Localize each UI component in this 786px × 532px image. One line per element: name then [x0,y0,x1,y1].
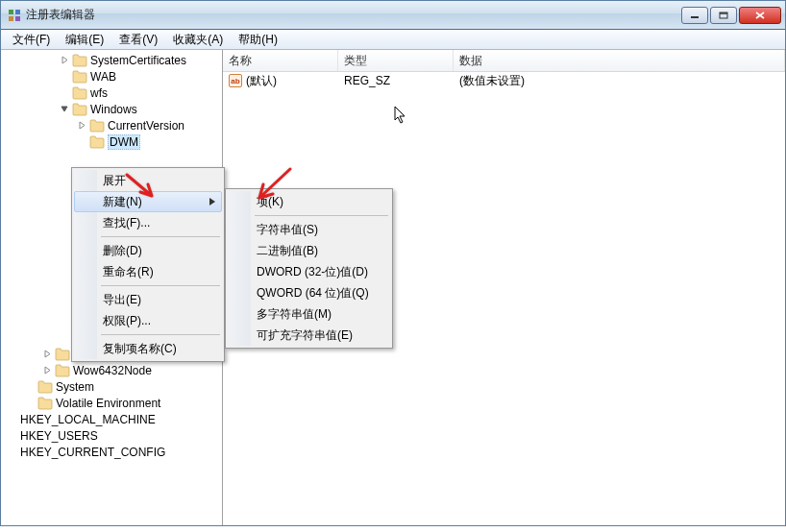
ctx-expand-label: 展开 [103,173,126,189]
tree-item[interactable]: Windows [1,101,222,117]
ctx-rename[interactable]: 重命名(R) [74,261,222,282]
folder-icon [89,119,105,133]
ctx-separator [101,285,220,286]
ctx-new-expandstring[interactable]: 可扩充字符串值(E) [228,325,390,346]
tree-item[interactable]: WAB [1,68,222,85]
col-name[interactable]: 名称 [223,50,338,71]
ctx-export-label: 导出(E) [103,292,141,308]
list-header: 名称 类型 数据 [223,50,785,72]
cell-data: (数值未设置) [454,72,785,90]
ctx-copy-key-name-label: 复制项名称(C) [103,341,177,357]
ctx-copy-key-name[interactable]: 复制项名称(C) [74,338,222,359]
tree-item-label: System [56,380,94,394]
folder-icon [72,86,87,100]
ctx-new-multistring-label: 多字符串值(M) [257,306,332,323]
tree-item[interactable]: HKEY_USERS [1,427,222,444]
window-title: 注册表编辑器 [26,7,681,23]
tree-item-label: Volatile Environment [56,397,160,410]
tree-item[interactable]: CurrentVersion [1,117,222,133]
app-icon [7,8,22,23]
ctx-new-binary-label: 二进制值(B) [257,243,318,259]
ctx-export[interactable]: 导出(E) [74,289,222,310]
ctx-new-key[interactable]: 项(K) [228,191,390,212]
menubar: 文件(F) 编辑(E) 查看(V) 收藏夹(A) 帮助(H) [1,30,785,50]
ctx-find[interactable]: 查找(F)... [74,212,222,233]
tree-expander-icon[interactable] [61,56,72,64]
ctx-new-dword[interactable]: DWORD (32-位)值(D) [228,261,390,282]
tree-item-label: wfs [90,86,108,100]
ctx-new-binary[interactable]: 二进制值(B) [228,240,390,261]
ctx-new[interactable]: 新建(N) [74,191,222,212]
ctx-new-expandstring-label: 可扩充字符串值(E) [257,327,353,344]
ctx-permissions[interactable]: 权限(P)... [74,310,222,331]
tree-item-label: HKEY_LOCAL_MACHINE [20,413,156,426]
tree-item[interactable]: HKEY_LOCAL_MACHINE [1,411,222,427]
list-row[interactable]: ab(默认) REG_SZ (数值未设置) [223,72,785,89]
titlebar: 注册表编辑器 [1,1,785,30]
tree-item-label: CurrentVersion [108,119,184,133]
context-menu-new-submenu: 项(K) 字符串值(S) 二进制值(B) DWORD (32-位)值(D) QW… [225,188,393,349]
folder-icon [55,364,70,377]
tree-item-label: WAB [90,70,116,84]
folder-icon [89,135,105,149]
tree-expander-icon[interactable] [43,366,55,375]
tree-item-label: Windows [90,103,137,116]
tree-item-label: Wow6432Node [73,364,152,377]
svg-rect-1 [15,10,20,14]
menu-file[interactable]: 文件(F) [5,30,58,50]
cell-type: REG_SZ [338,73,454,88]
svg-rect-0 [9,10,13,14]
folder-icon [55,348,70,361]
col-type[interactable]: 类型 [338,50,454,71]
ctx-new-key-label: 项(K) [257,194,283,210]
maximize-button[interactable] [710,7,737,24]
ctx-new-string-label: 字符串值(S) [257,222,318,238]
folder-icon [72,54,87,67]
ctx-new-qword-label: QWORD (64 位)值(Q) [257,285,369,302]
cell-name: ab(默认) [223,72,338,90]
ctx-find-label: 查找(F)... [103,215,150,231]
tree-item-label: DWM [108,134,140,150]
menu-view[interactable]: 查看(V) [111,30,165,50]
svg-rect-3 [15,16,20,21]
folder-icon [37,380,53,394]
menu-edit[interactable]: 编辑(E) [58,30,111,50]
tree-item[interactable]: HKEY_CURRENT_CONFIG [1,444,222,460]
context-menu-primary: 展开 新建(N) 查找(F)... 删除(D) 重命名(R) 导出(E) 权限(… [71,167,225,362]
ctx-new-string[interactable]: 字符串值(S) [228,219,390,240]
tree-item[interactable]: wfs [1,85,222,101]
ctx-separator [101,334,220,335]
tree-expander-icon[interactable] [43,350,55,358]
folder-icon [72,70,87,84]
reg-string-icon: ab [229,74,242,87]
tree-item-label: SystemCertificates [90,54,186,67]
ctx-separator [101,236,220,237]
tree-expander-icon[interactable] [61,105,72,113]
ctx-expand[interactable]: 展开 [74,170,222,191]
ctx-new-qword[interactable]: QWORD (64 位)值(Q) [228,282,390,303]
col-data[interactable]: 数据 [454,50,785,71]
ctx-new-label: 新建(N) [103,194,142,210]
tree-item[interactable]: DWM [1,133,222,150]
menu-help[interactable]: 帮助(H) [231,30,285,50]
ctx-delete[interactable]: 删除(D) [74,240,222,261]
tree-item[interactable]: System [1,378,222,395]
close-button[interactable] [739,7,781,24]
window-buttons [681,7,781,24]
ctx-new-dword-label: DWORD (32-位)值(D) [257,264,368,280]
ctx-separator [255,215,388,216]
ctx-rename-label: 重命名(R) [103,264,154,280]
tree-expander-icon[interactable] [78,121,89,130]
tree-item[interactable]: Wow6432Node [1,362,222,378]
tree-item-label: HKEY_CURRENT_CONFIG [20,446,165,459]
ctx-new-multistring[interactable]: 多字符串值(M) [228,303,390,325]
tree-item[interactable]: SystemCertificates [1,52,222,68]
svg-rect-2 [9,16,13,21]
menu-favorites[interactable]: 收藏夹(A) [165,30,231,50]
minimize-button[interactable] [681,7,708,24]
ctx-permissions-label: 权限(P)... [103,313,151,329]
tree-item[interactable]: Volatile Environment [1,395,222,411]
submenu-arrow-icon [209,198,215,206]
ctx-delete-label: 删除(D) [103,243,142,259]
tree-item-label: HKEY_USERS [20,429,98,443]
